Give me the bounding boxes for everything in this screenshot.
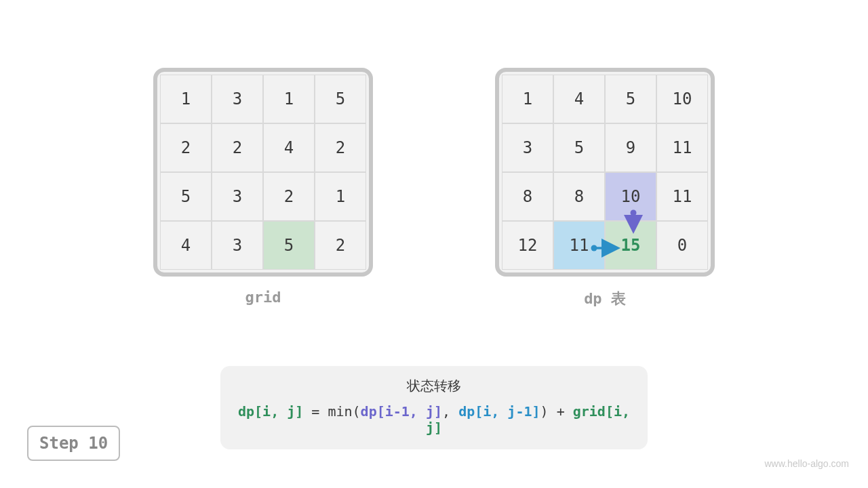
grid-cells: 1315224253214352 bbox=[160, 75, 366, 270]
formula-close: ) + bbox=[540, 403, 573, 420]
formula-expression: dp[i, j] = min(dp[i-1, j], dp[i, j-1]) +… bbox=[237, 403, 631, 436]
cell-2-0: 8 bbox=[502, 172, 553, 221]
cell-2-3: 11 bbox=[656, 172, 708, 221]
cell-2-3: 1 bbox=[315, 172, 366, 221]
cell-2-1: 8 bbox=[553, 172, 605, 221]
cell-0-0: 1 bbox=[160, 75, 212, 123]
cell-2-1: 3 bbox=[212, 172, 263, 221]
cell-1-0: 3 bbox=[502, 123, 553, 172]
dp-cells: 14510359118810111211150 bbox=[502, 75, 708, 270]
cell-0-3: 10 bbox=[656, 75, 708, 123]
formula-eq: = min( bbox=[303, 403, 360, 420]
cell-3-1: 3 bbox=[212, 221, 263, 270]
tables-area: 1315224253214352 grid 145103591188101112… bbox=[0, 0, 868, 309]
cell-0-0: 1 bbox=[502, 75, 553, 123]
grid-label: grid bbox=[245, 289, 281, 306]
cell-1-0: 2 bbox=[160, 123, 212, 172]
cell-2-2: 10 bbox=[605, 172, 656, 221]
watermark: www.hello-algo.com bbox=[765, 458, 850, 469]
dp-table-wrap: 14510359118810111211150 dp 表 bbox=[495, 68, 715, 309]
formula-arg1: dp[i-1, j] bbox=[361, 403, 442, 420]
cell-3-3: 2 bbox=[315, 221, 366, 270]
step-badge: Step 10 bbox=[27, 426, 120, 461]
cell-0-1: 4 bbox=[553, 75, 605, 123]
dp-label: dp 表 bbox=[584, 289, 626, 309]
cell-2-2: 2 bbox=[263, 172, 315, 221]
cell-3-0: 12 bbox=[502, 221, 553, 270]
cell-1-1: 5 bbox=[553, 123, 605, 172]
grid-frame: 1315224253214352 bbox=[153, 68, 373, 277]
formula-arg2: dp[i, j-1] bbox=[458, 403, 540, 420]
formula-sep1: , bbox=[442, 403, 458, 420]
cell-1-2: 4 bbox=[263, 123, 315, 172]
formula-box: 状态转移 dp[i, j] = min(dp[i-1, j], dp[i, j-… bbox=[220, 366, 648, 449]
cell-1-1: 2 bbox=[212, 123, 263, 172]
cell-2-0: 5 bbox=[160, 172, 212, 221]
cell-3-2: 15 bbox=[605, 221, 656, 270]
dp-frame: 14510359118810111211150 bbox=[495, 68, 715, 277]
cell-0-2: 5 bbox=[605, 75, 656, 123]
cell-0-3: 5 bbox=[315, 75, 366, 123]
cell-3-1: 11 bbox=[553, 221, 605, 270]
cell-0-2: 1 bbox=[263, 75, 315, 123]
cell-3-0: 4 bbox=[160, 221, 212, 270]
grid-table-wrap: 1315224253214352 grid bbox=[153, 68, 373, 309]
cell-1-2: 9 bbox=[605, 123, 656, 172]
formula-title: 状态转移 bbox=[237, 377, 631, 395]
cell-1-3: 11 bbox=[656, 123, 708, 172]
cell-3-2: 5 bbox=[263, 221, 315, 270]
formula-lhs: dp[i, j] bbox=[238, 403, 303, 420]
cell-0-1: 3 bbox=[212, 75, 263, 123]
cell-3-3: 0 bbox=[656, 221, 708, 270]
cell-1-3: 2 bbox=[315, 123, 366, 172]
